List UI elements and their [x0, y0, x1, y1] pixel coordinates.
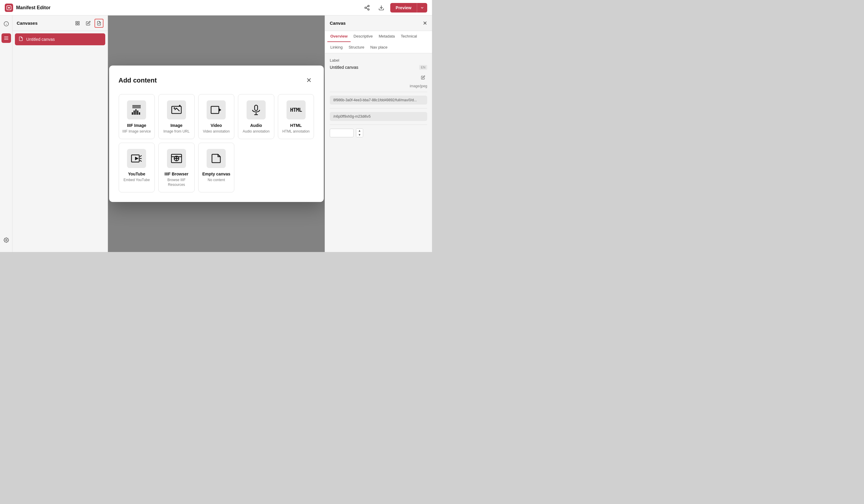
- share-button[interactable]: [362, 2, 372, 13]
- audio-texts: Audio Audio annotation: [243, 123, 269, 134]
- stepper-input[interactable]: [330, 129, 353, 137]
- tab-metadata[interactable]: Metadata: [376, 31, 398, 42]
- content-card-html[interactable]: HTML HTML HTML annotation: [278, 94, 314, 139]
- iiif-browser-icon: [167, 149, 186, 168]
- svg-line-5: [366, 8, 368, 9]
- modal-close-button[interactable]: ✕: [303, 75, 314, 86]
- grid-view-button[interactable]: [73, 19, 82, 28]
- canvas-list: Untitled canvas: [13, 31, 108, 48]
- app-title: Manifest Editor: [16, 5, 51, 10]
- empty-canvas-icon: [207, 149, 226, 168]
- tab-technical[interactable]: Technical: [398, 31, 420, 42]
- left-sidebar: [0, 15, 13, 252]
- modal-header: Add content ✕: [119, 75, 314, 86]
- tab-overview[interactable]: Overview: [327, 31, 351, 42]
- preview-chevron-button[interactable]: [417, 3, 427, 13]
- panel-title: Canvases: [17, 21, 38, 26]
- right-panel-header: Canvas ✕: [325, 15, 432, 31]
- modal-grid-row1: IIIF Image IIIF Image service: [119, 94, 314, 139]
- right-panel-content: Label Untitled canvas EN image/jpeg 8f98…: [325, 53, 432, 252]
- video-icon: [207, 100, 226, 120]
- topbar-right: Preview: [362, 2, 427, 13]
- add-canvas-button[interactable]: [95, 19, 104, 28]
- svg-rect-16: [78, 22, 79, 23]
- svg-marker-39: [135, 157, 139, 160]
- image-texts: Image Image from URL: [164, 123, 190, 134]
- svg-rect-21: [132, 112, 133, 115]
- canvas-item-file-icon: [19, 36, 23, 42]
- svg-rect-26: [132, 105, 141, 106]
- divider-3: [330, 124, 427, 125]
- svg-point-30: [173, 107, 175, 109]
- svg-point-14: [5, 239, 7, 241]
- tab-linking[interactable]: Linking: [327, 42, 346, 53]
- canvas-item-label: Untitled canvas: [26, 37, 55, 42]
- svg-line-40: [140, 156, 142, 157]
- stepper-row: ▲ ▼: [330, 128, 427, 137]
- content-card-empty-canvas[interactable]: Empty canvas No content: [198, 143, 235, 193]
- svg-rect-18: [78, 24, 79, 25]
- canvases-panel: Canvases Untitled canvas: [13, 15, 108, 252]
- audio-name: Audio: [243, 123, 269, 128]
- svg-point-4: [368, 9, 369, 10]
- content-card-iiif-image[interactable]: IIIF Image IIIF Image service: [119, 94, 155, 139]
- app-logo: [5, 3, 13, 12]
- tab-nav-place[interactable]: Nav place: [367, 42, 391, 53]
- html-icon: HTML: [287, 100, 305, 120]
- stepper-up[interactable]: ▲: [356, 129, 363, 133]
- edit-canvases-button[interactable]: [84, 19, 93, 28]
- youtube-texts: YouTube Embed YouTube: [123, 172, 150, 183]
- iiif-image-desc: IIIF Image service: [122, 129, 151, 134]
- tab-structure[interactable]: Structure: [346, 42, 367, 53]
- topbar: Manifest Editor Preview: [0, 0, 432, 15]
- sidebar-menu-button[interactable]: [1, 33, 11, 43]
- iiif-image-icon: [127, 100, 146, 120]
- stepper-down[interactable]: ▼: [356, 133, 363, 137]
- content-card-iiif-browser[interactable]: IIIF Browser Browse IIIF Resources: [158, 143, 195, 193]
- label-field-value: Untitled canvas: [330, 65, 358, 70]
- svg-line-6: [366, 6, 368, 7]
- svg-rect-23: [135, 109, 136, 115]
- image-desc: Image from URL: [164, 129, 190, 134]
- label-field-row: Untitled canvas EN: [330, 65, 427, 70]
- svg-rect-15: [76, 22, 77, 23]
- url-field-box: 8f986b-3a0f-4ee3-bba7-88c1fdd49892/full/…: [330, 96, 427, 105]
- iiif-browser-desc: Browse IIIF Resources: [162, 177, 191, 188]
- modal-title: Add content: [119, 76, 157, 84]
- label-field-label: Label: [330, 58, 427, 63]
- svg-rect-22: [134, 111, 135, 115]
- audio-icon: [247, 100, 266, 120]
- html-name: HTML: [282, 123, 310, 128]
- svg-rect-27: [132, 106, 141, 107]
- svg-rect-35: [255, 105, 257, 111]
- download-button[interactable]: [376, 2, 387, 13]
- svg-point-2: [368, 5, 369, 7]
- content-card-youtube[interactable]: YouTube Embed YouTube: [119, 143, 155, 193]
- tab-descriptive[interactable]: Descriptive: [351, 31, 376, 42]
- sidebar-settings-button[interactable]: [1, 235, 11, 245]
- svg-point-3: [365, 7, 367, 8]
- iiif-image-texts: IIIF Image IIIF Image service: [122, 123, 151, 134]
- audio-desc: Audio annotation: [243, 129, 269, 134]
- image-icon: [167, 100, 186, 120]
- youtube-name: YouTube: [123, 172, 150, 176]
- empty-canvas-name: Empty canvas: [202, 172, 230, 176]
- modal-overlay: Add content ✕: [108, 15, 325, 252]
- edit-label-button[interactable]: [419, 73, 427, 82]
- right-panel-title: Canvas: [330, 21, 346, 26]
- sidebar-info-button[interactable]: [1, 19, 11, 28]
- preview-button[interactable]: Preview: [390, 3, 417, 13]
- right-panel: Canvas ✕ Overview Descriptive Metadata T…: [325, 15, 432, 252]
- content-card-video[interactable]: Video Video annotation: [198, 94, 235, 139]
- youtube-desc: Embed YouTube: [123, 177, 150, 183]
- content-card-image[interactable]: Image Image from URL: [158, 94, 195, 139]
- svg-rect-24: [137, 111, 138, 115]
- youtube-icon: [127, 149, 146, 168]
- preview-button-group: Preview: [390, 3, 427, 13]
- topbar-left: Manifest Editor: [5, 3, 51, 12]
- media-type: image/jpeg: [330, 84, 427, 88]
- canvas-item[interactable]: Untitled canvas: [15, 33, 105, 45]
- sidebar-bottom: [1, 235, 11, 248]
- content-card-audio[interactable]: Audio Audio annotation: [238, 94, 274, 139]
- right-panel-close-button[interactable]: ✕: [423, 20, 427, 26]
